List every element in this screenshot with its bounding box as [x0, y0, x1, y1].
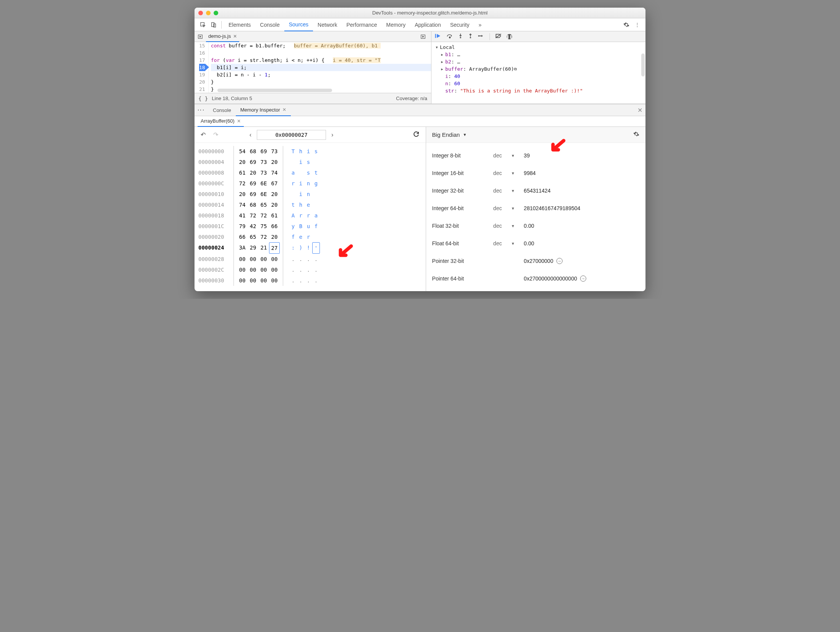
line-number[interactable]: 17 — [199, 57, 205, 64]
hex-row[interactable]: 0000000C72696E67ring — [198, 178, 422, 189]
ascii-char[interactable]: i — [297, 157, 305, 167]
resume-icon[interactable] — [435, 33, 441, 40]
base-select[interactable]: dec▼ — [493, 152, 524, 159]
hex-byte[interactable]: 20 — [269, 232, 280, 242]
hex-byte[interactable]: 73 — [258, 167, 269, 178]
hex-byte[interactable]: 65 — [248, 232, 258, 242]
close-file-tab-icon[interactable]: ✕ — [233, 34, 237, 39]
ascii-char[interactable] — [289, 157, 297, 167]
hex-byte[interactable]: 72 — [258, 210, 269, 221]
close-buffer-tab-icon[interactable]: ✕ — [237, 118, 241, 124]
hex-byte[interactable]: 00 — [248, 275, 258, 286]
ascii-char[interactable]: h — [297, 199, 305, 210]
code-line[interactable]: b2[i] = n - i - 1; — [211, 71, 431, 78]
code-line[interactable]: } — [211, 78, 431, 86]
line-number[interactable]: 19 — [199, 71, 205, 78]
ascii-char[interactable]: . — [289, 264, 297, 275]
hex-byte[interactable]: 6E — [258, 189, 269, 199]
hex-byte[interactable]: 61 — [237, 167, 248, 178]
hex-byte[interactable]: 00 — [269, 254, 280, 264]
scope-var[interactable]: str: "This is a string in the ArrayBuffe… — [441, 87, 645, 94]
tab-network[interactable]: Network — [313, 18, 342, 31]
ascii-char[interactable]: u — [305, 221, 312, 232]
hex-row[interactable]: 0000001C79427566yBuf — [198, 221, 422, 232]
kebab-menu-icon[interactable]: ⋮ — [632, 19, 642, 30]
ascii-char[interactable]: h — [297, 146, 305, 157]
deactivate-breakpoints-icon[interactable] — [495, 33, 501, 40]
ascii-char[interactable]: r — [289, 178, 297, 189]
base-select[interactable]: dec▼ — [493, 205, 524, 211]
hex-byte[interactable]: 74 — [269, 167, 280, 178]
navigator-toggle-icon[interactable] — [197, 34, 204, 39]
scope-var[interactable]: ▸buffer: ArrayBuffer(60) ⧉ — [441, 65, 645, 73]
tab-performance[interactable]: Performance — [342, 18, 381, 31]
step-over-icon[interactable] — [447, 33, 453, 40]
ascii-char[interactable]: e — [297, 232, 305, 242]
hex-byte[interactable]: 79 — [237, 221, 248, 232]
zoom-window-button[interactable] — [214, 11, 218, 15]
hex-byte[interactable]: 61 — [269, 210, 280, 221]
step-into-icon[interactable] — [458, 33, 463, 40]
hex-row[interactable]: 000000243A292127:)!' — [198, 242, 422, 254]
hex-byte[interactable]: 42 — [248, 221, 258, 232]
scope-var[interactable]: ▸b1: … — [441, 51, 645, 58]
hex-byte[interactable]: 69 — [258, 146, 269, 157]
ascii-char[interactable] — [312, 189, 320, 199]
ascii-char[interactable]: . — [312, 275, 320, 286]
hex-row[interactable]: 0000000420697320 is — [198, 157, 422, 167]
hex-byte[interactable]: 73 — [269, 146, 280, 157]
scope-scrollbar[interactable] — [641, 53, 645, 76]
ascii-char[interactable]: A — [289, 210, 297, 221]
close-drawer-icon[interactable]: ✕ — [637, 107, 642, 114]
hex-byte[interactable]: 74 — [237, 199, 248, 210]
ascii-char[interactable]: . — [297, 264, 305, 275]
line-number[interactable]: 15 — [199, 42, 205, 49]
hex-byte[interactable]: 20 — [237, 189, 248, 199]
drawer-menu-icon[interactable]: ⋮ — [197, 107, 205, 113]
hex-byte[interactable]: 27 — [269, 242, 280, 254]
ascii-char[interactable]: s — [312, 146, 320, 157]
tab-memory[interactable]: Memory — [382, 18, 410, 31]
code-editor[interactable]: 15161718192021 const buffer = b1.buffer;… — [195, 42, 431, 93]
drawer-tab-memory-inspector[interactable]: Memory Inspector✕ — [236, 104, 291, 116]
ascii-char[interactable] — [312, 232, 320, 242]
ascii-char[interactable]: ) — [297, 242, 305, 254]
hex-byte[interactable]: 21 — [258, 242, 269, 254]
hex-byte[interactable]: 00 — [258, 275, 269, 286]
hex-byte[interactable]: 69 — [248, 178, 258, 189]
hex-byte[interactable]: 72 — [258, 232, 269, 242]
hex-viewer[interactable]: 0000000054686973This0000000420697320 is … — [195, 143, 426, 291]
hex-row[interactable]: 0000001841727261Arra — [198, 210, 422, 221]
hex-byte[interactable]: 72 — [248, 210, 258, 221]
hex-byte[interactable]: 41 — [237, 210, 248, 221]
hex-byte[interactable]: 66 — [237, 232, 248, 242]
ascii-char[interactable]: . — [305, 275, 312, 286]
goto-address-icon[interactable]: → — [556, 258, 563, 264]
ascii-char[interactable] — [297, 167, 305, 178]
ascii-char[interactable]: . — [297, 254, 305, 264]
line-number[interactable]: 20 — [199, 78, 205, 86]
tab-sources[interactable]: Sources — [284, 18, 313, 31]
code-line[interactable] — [211, 49, 431, 57]
hex-byte[interactable]: 00 — [269, 275, 280, 286]
ascii-char[interactable]: T — [289, 146, 297, 157]
step-out-icon[interactable] — [468, 33, 473, 40]
refresh-icon[interactable] — [410, 131, 422, 139]
ascii-char[interactable]: t — [289, 199, 297, 210]
tab-console[interactable]: Console — [255, 18, 284, 31]
hex-byte[interactable]: 20 — [269, 157, 280, 167]
hex-byte[interactable]: 00 — [258, 264, 269, 275]
hex-byte[interactable]: 3A — [237, 242, 248, 254]
ascii-char[interactable]: r — [305, 210, 312, 221]
ascii-char[interactable]: i — [297, 178, 305, 189]
line-number[interactable]: 18 — [199, 64, 205, 71]
ascii-char[interactable]: r — [305, 232, 312, 242]
ascii-char[interactable] — [289, 189, 297, 199]
ascii-char[interactable]: e — [305, 199, 312, 210]
ascii-char[interactable]: ' — [312, 242, 320, 254]
ascii-char[interactable]: s — [305, 167, 312, 178]
minimize-window-button[interactable] — [206, 11, 211, 15]
code-line[interactable]: b1[i] = i; — [211, 64, 431, 71]
hex-byte[interactable]: 00 — [258, 254, 269, 264]
ascii-char[interactable]: s — [305, 157, 312, 167]
